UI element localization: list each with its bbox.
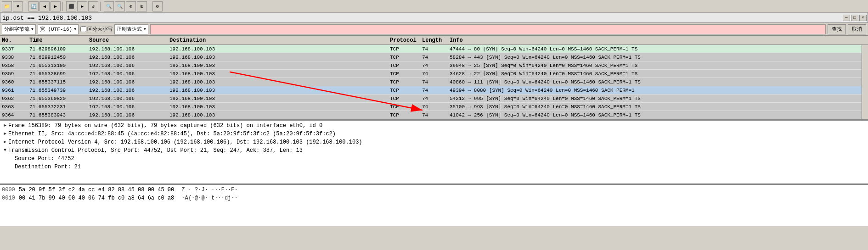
table-row[interactable]: 9337 71.629896109 192.168.100.106 192.16…	[0, 45, 862, 53]
casesensitive-input[interactable]	[80, 26, 86, 32]
cell-length: 74	[422, 71, 450, 77]
packet-scroll-area: 9337 71.629896109 192.168.100.106 192.16…	[0, 45, 868, 120]
cell-source: 192.168.100.106	[89, 46, 169, 52]
hex-bytes: 00 41 7b 99 40 00 40 06 74 fb c0 a8 64 6…	[19, 195, 174, 201]
detail-row: Source Port: 44752	[2, 155, 866, 163]
toolbar-btn-play[interactable]: ▶	[77, 1, 87, 11]
filter-title-bar: ip.dst == 192.168.100.103 — □ ×	[0, 13, 868, 23]
search-input[interactable]	[150, 24, 826, 34]
cell-info: 58284 → 443 [SYN] Seq=0 Win=64240 Len=0 …	[450, 55, 860, 60]
casesensitive-label: 区分大小写	[87, 26, 113, 33]
cell-length: 74	[422, 79, 450, 85]
vertical-scrollbar[interactable]	[862, 45, 868, 120]
cell-info: 35100 → 993 [SYN] Seq=0 Win=64240 Len=0 …	[450, 104, 860, 110]
detail-row: Destination Port: 21	[2, 163, 866, 171]
find-button[interactable]: 查找	[828, 24, 846, 34]
toolbar-btn-reload[interactable]: 🔄	[28, 1, 39, 11]
maximize-btn[interactable]: □	[851, 15, 858, 21]
cell-dest: 192.168.100.103	[169, 55, 390, 60]
encoding-dropdown[interactable]: 宽 (UTF-16) ▼	[38, 24, 79, 34]
detail-text: Destination Port: 21	[15, 163, 81, 171]
cell-protocol: TCP	[390, 96, 422, 101]
detail-row[interactable]: ▶Internet Protocol Version 4, Src: 192.1…	[2, 138, 866, 146]
cell-length: 74	[422, 46, 450, 52]
cell-info: 34628 → 22 [SYN] Seq=0 Win=64240 Len=0 M…	[450, 71, 860, 77]
table-row[interactable]: 9338 71.629912450 192.168.100.106 192.16…	[0, 53, 862, 61]
mode-arrow-icon: ▼	[144, 27, 146, 31]
toolbar-btn-close[interactable]: ✖	[13, 1, 23, 11]
cell-protocol: TCP	[390, 55, 422, 60]
toolbar: 📁 ✖ 🔄 ◀ ▶ ⬛ ▶ ↺ 🔍 🔍 ⊕ ⊞ ⚙	[0, 0, 868, 13]
cell-source: 192.168.100.106	[89, 96, 169, 101]
cell-dest: 192.168.100.103	[169, 71, 390, 77]
table-row[interactable]: 9362 71.655360820 192.168.100.106 192.16…	[0, 94, 862, 103]
encoding-label: 宽 (UTF-16)	[40, 26, 72, 33]
cell-source: 192.168.100.106	[89, 55, 169, 60]
table-row[interactable]: 9361 71.655349739 192.168.100.106 192.16…	[0, 86, 862, 94]
detail-text: Transmission Control Protocol, Src Port:…	[8, 146, 303, 155]
toolbar-btn-zoom-fit[interactable]: ⊞	[137, 1, 147, 11]
detail-row[interactable]: ▶Frame 156389: 79 bytes on wire (632 bit…	[2, 122, 866, 130]
groupby-arrow-icon: ▼	[31, 27, 34, 31]
expand-icon: ▶	[4, 130, 6, 138]
filter-expression: ip.dst == 192.168.100.103	[2, 15, 866, 22]
cell-length: 74	[422, 104, 450, 110]
cell-time: 71.655383943	[29, 112, 89, 118]
table-row[interactable]: 9364 71.655383943 192.168.100.106 192.16…	[0, 111, 862, 119]
subfilter-bar: 分组字节流 ▼ 宽 (UTF-16) ▼ 区分大小写 正则表达式 ▼ 查找 取消	[0, 23, 868, 36]
toolbar-btn-zoom-out[interactable]: 🔍	[115, 1, 125, 11]
table-row[interactable]: 9359 71.655328699 192.168.100.106 192.16…	[0, 70, 862, 78]
hex-offset: 0000	[2, 187, 15, 193]
toolbar-sep-3	[100, 2, 102, 11]
toolbar-btn-capture[interactable]: ⬛	[66, 1, 76, 11]
horizontal-scrollbar[interactable]	[0, 120, 868, 121]
toolbar-sep-2	[62, 2, 64, 11]
header-info: Info	[450, 37, 866, 44]
header-length: Length	[422, 37, 450, 44]
toolbar-btn-forward[interactable]: ▶	[51, 1, 61, 11]
detail-text: Source Port: 44752	[15, 155, 74, 163]
header-dest: Destination	[169, 37, 390, 44]
header-no: No.	[2, 37, 29, 44]
cell-protocol: TCP	[390, 112, 422, 118]
packet-list: No. Time Source Destination Protocol Len…	[0, 36, 868, 121]
detail-row[interactable]: ▶Ethernet II, Src: 4a:cc:e4:82:88:45 (4a…	[2, 130, 866, 138]
minimize-btn[interactable]: —	[843, 15, 850, 21]
cell-length: 74	[422, 96, 450, 101]
cell-dest: 192.168.100.103	[169, 63, 390, 68]
toolbar-btn-zoom-reset[interactable]: ⊕	[126, 1, 136, 11]
detail-row[interactable]: ▼Transmission Control Protocol, Src Port…	[2, 146, 866, 155]
detail-text: Internet Protocol Version 4, Src: 192.16…	[8, 138, 362, 146]
expand-icon: ▶	[4, 122, 6, 130]
hex-row: 00005a 20 9f 5f 3f c2 4a cc e4 82 88 45 …	[2, 186, 866, 194]
mode-dropdown[interactable]: 正则表达式 ▼	[114, 24, 148, 34]
hex-ascii: ·A{·@·@· t···dj··	[181, 195, 237, 201]
expand-icon: ▶	[4, 138, 6, 146]
encoding-arrow-icon: ▼	[74, 27, 76, 31]
cell-source: 192.168.100.106	[89, 112, 169, 118]
cell-no: 9337	[2, 46, 29, 52]
groupby-dropdown[interactable]: 分组字节流 ▼	[2, 24, 36, 34]
table-row[interactable]: 9360 71.655337115 192.168.100.106 192.16…	[0, 78, 862, 86]
cancel-button[interactable]: 取消	[848, 24, 866, 34]
cell-protocol: TCP	[390, 79, 422, 85]
toolbar-btn-settings[interactable]: ⚙	[152, 1, 163, 11]
toolbar-btn-zoom-in[interactable]: 🔍	[104, 1, 114, 11]
cell-dest: 192.168.100.103	[169, 79, 390, 85]
detail-text: Frame 156389: 79 bytes on wire (632 bits…	[8, 122, 322, 130]
casesensitive-checkbox[interactable]: 区分大小写	[80, 26, 113, 33]
cell-time: 71.655360820	[29, 96, 89, 101]
toolbar-btn-file[interactable]: 📁	[2, 1, 12, 11]
cell-no: 9361	[2, 88, 29, 93]
cell-length: 74	[422, 88, 450, 93]
table-row[interactable]: 9363 71.655372231 192.168.100.106 192.16…	[0, 103, 862, 111]
toolbar-btn-restart[interactable]: ↺	[88, 1, 98, 11]
table-row[interactable]: 9358 71.655313100 192.168.100.106 192.16…	[0, 61, 862, 70]
toolbar-btn-back[interactable]: ◀	[39, 1, 50, 11]
cell-info: 40860 → 111 [SYN] Seq=0 Win=64240 Len=0 …	[450, 79, 860, 85]
toolbar-sep-4	[149, 2, 151, 11]
cell-info: 54212 → 995 [SYN] Seq=0 Win=64240 Len=0 …	[450, 96, 860, 101]
cell-info: 41042 → 256 [SYN] Seq=0 Win=64240 Len=0 …	[450, 112, 860, 118]
cell-protocol: TCP	[390, 71, 422, 77]
close-btn[interactable]: ×	[859, 15, 867, 21]
